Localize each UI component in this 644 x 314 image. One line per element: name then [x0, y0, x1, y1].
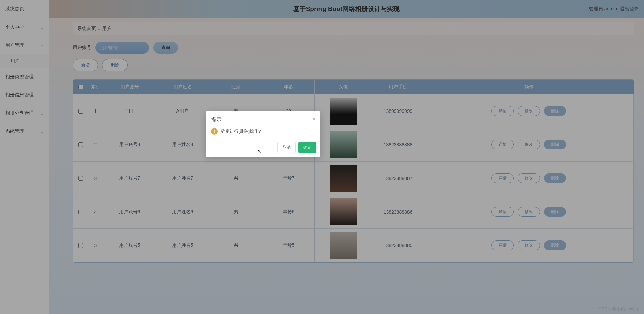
confirm-modal: 提示 × ! 确定进行[删除]操作? 取消 确定 — [206, 111, 320, 157]
modal-message: 确定进行[删除]操作? — [221, 128, 261, 134]
modal-title-text: 提示 — [211, 117, 222, 122]
watermark: CSDN @小蔡coding — [598, 306, 638, 312]
confirm-button[interactable]: 确定 — [298, 142, 316, 153]
warning-icon: ! — [211, 128, 218, 135]
modal-overlay[interactable] — [0, 0, 644, 314]
cancel-button[interactable]: 取消 — [277, 142, 296, 153]
close-icon[interactable]: × — [313, 116, 316, 122]
